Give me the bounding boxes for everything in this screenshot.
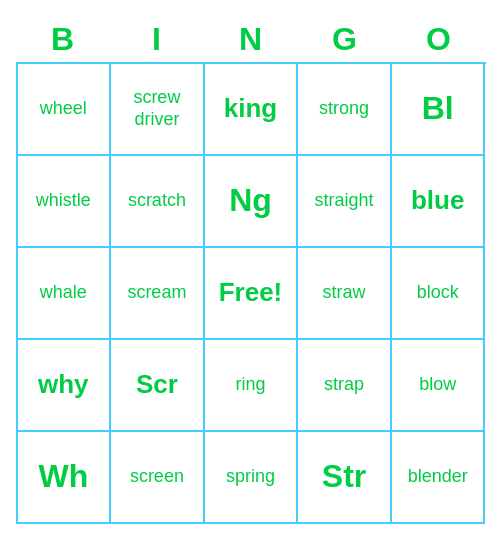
- header-letter-i: I: [110, 21, 204, 58]
- cell-text-3: strong: [319, 98, 369, 120]
- cell-text-9: blue: [411, 185, 464, 216]
- bingo-grid: wheelscrew driverkingstrongBlwhistlescra…: [16, 62, 486, 524]
- cell-text-5: whistle: [36, 190, 91, 212]
- bingo-cell-13: straw: [298, 248, 392, 340]
- bingo-cell-2: king: [205, 64, 299, 156]
- bingo-cell-10: whale: [18, 248, 112, 340]
- cell-text-1: screw driver: [133, 87, 180, 130]
- bingo-header: BINGO: [16, 21, 486, 58]
- bingo-cell-16: Scr: [111, 340, 205, 432]
- cell-text-18: strap: [324, 374, 364, 396]
- bingo-cell-8: straight: [298, 156, 392, 248]
- cell-text-15: why: [38, 369, 89, 400]
- cell-text-11: scream: [127, 282, 186, 304]
- cell-text-23: Str: [322, 457, 366, 495]
- cell-text-16: Scr: [136, 369, 178, 400]
- header-letter-o: O: [392, 21, 486, 58]
- bingo-cell-18: strap: [298, 340, 392, 432]
- bingo-cell-7: Ng: [205, 156, 299, 248]
- bingo-cell-24: blender: [392, 432, 486, 524]
- cell-text-17: ring: [235, 374, 265, 396]
- cell-text-8: straight: [315, 190, 374, 212]
- bingo-cell-4: Bl: [392, 64, 486, 156]
- bingo-cell-3: strong: [298, 64, 392, 156]
- header-letter-n: N: [204, 21, 298, 58]
- cell-text-14: block: [417, 282, 459, 304]
- bingo-card: BINGO wheelscrew driverkingstrongBlwhist…: [6, 11, 496, 534]
- bingo-cell-17: ring: [205, 340, 299, 432]
- bingo-cell-12: Free!: [205, 248, 299, 340]
- cell-text-22: spring: [226, 466, 275, 488]
- cell-text-10: whale: [40, 282, 87, 304]
- cell-text-7: Ng: [229, 181, 272, 219]
- bingo-cell-21: screen: [111, 432, 205, 524]
- bingo-cell-11: scream: [111, 248, 205, 340]
- bingo-cell-14: block: [392, 248, 486, 340]
- cell-text-13: straw: [323, 282, 366, 304]
- cell-text-6: scratch: [128, 190, 186, 212]
- bingo-cell-0: wheel: [18, 64, 112, 156]
- header-letter-b: B: [16, 21, 110, 58]
- cell-text-20: Wh: [38, 457, 88, 495]
- bingo-cell-9: blue: [392, 156, 486, 248]
- cell-text-4: Bl: [422, 89, 454, 127]
- bingo-cell-6: scratch: [111, 156, 205, 248]
- bingo-cell-22: spring: [205, 432, 299, 524]
- header-letter-g: G: [298, 21, 392, 58]
- cell-text-12: Free!: [219, 277, 283, 308]
- bingo-cell-15: why: [18, 340, 112, 432]
- cell-text-24: blender: [408, 466, 468, 488]
- cell-text-2: king: [224, 93, 277, 124]
- bingo-cell-5: whistle: [18, 156, 112, 248]
- cell-text-0: wheel: [40, 98, 87, 120]
- bingo-cell-20: Wh: [18, 432, 112, 524]
- cell-text-19: blow: [419, 374, 456, 396]
- cell-text-21: screen: [130, 466, 184, 488]
- bingo-cell-23: Str: [298, 432, 392, 524]
- bingo-cell-19: blow: [392, 340, 486, 432]
- bingo-cell-1: screw driver: [111, 64, 205, 156]
